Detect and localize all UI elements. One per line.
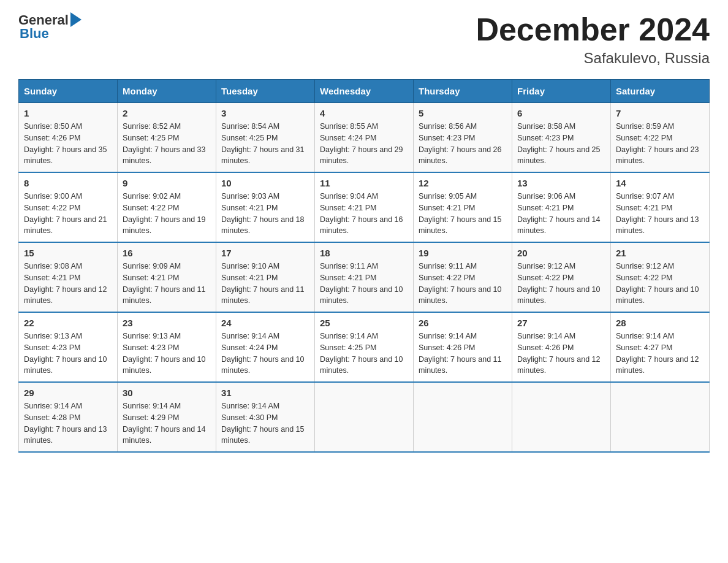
calendar-day-cell: 27 Sunrise: 9:14 AM Sunset: 4:26 PM Dayl…	[512, 312, 611, 382]
calendar-day-cell: 10 Sunrise: 9:03 AM Sunset: 4:21 PM Dayl…	[216, 172, 315, 242]
calendar-day-cell: 21 Sunrise: 9:12 AM Sunset: 4:22 PM Dayl…	[611, 242, 710, 312]
day-number: 19	[419, 248, 507, 258]
calendar-table: Sunday Monday Tuesday Wednesday Thursday…	[18, 79, 710, 453]
calendar-week-4: 22 Sunrise: 9:13 AM Sunset: 4:23 PM Dayl…	[19, 312, 710, 382]
day-number: 23	[123, 318, 211, 328]
day-info: Sunrise: 8:50 AM Sunset: 4:26 PM Dayligh…	[24, 121, 112, 167]
calendar-day-cell: 8 Sunrise: 9:00 AM Sunset: 4:22 PM Dayli…	[19, 172, 118, 242]
day-number: 24	[221, 318, 309, 328]
calendar-week-5: 29 Sunrise: 9:14 AM Sunset: 4:28 PM Dayl…	[19, 382, 710, 452]
calendar-week-1: 1 Sunrise: 8:50 AM Sunset: 4:26 PM Dayli…	[19, 103, 710, 173]
day-info: Sunrise: 9:13 AM Sunset: 4:23 PM Dayligh…	[24, 331, 112, 377]
day-info: Sunrise: 8:52 AM Sunset: 4:25 PM Dayligh…	[123, 121, 211, 167]
month-title: December 2024	[476, 12, 710, 47]
day-info: Sunrise: 9:04 AM Sunset: 4:21 PM Dayligh…	[320, 191, 408, 237]
day-info: Sunrise: 9:11 AM Sunset: 4:21 PM Dayligh…	[320, 261, 408, 307]
calendar-day-cell: 20 Sunrise: 9:12 AM Sunset: 4:22 PM Dayl…	[512, 242, 611, 312]
day-info: Sunrise: 9:07 AM Sunset: 4:21 PM Dayligh…	[616, 191, 704, 237]
calendar-day-cell	[611, 382, 710, 452]
weekday-header-row: Sunday Monday Tuesday Wednesday Thursday…	[19, 80, 710, 103]
day-number: 18	[320, 248, 408, 258]
day-info: Sunrise: 9:00 AM Sunset: 4:22 PM Dayligh…	[24, 191, 112, 237]
day-number: 7	[616, 108, 704, 118]
day-info: Sunrise: 9:14 AM Sunset: 4:30 PM Dayligh…	[221, 400, 309, 446]
calendar-day-cell: 4 Sunrise: 8:55 AM Sunset: 4:24 PM Dayli…	[315, 103, 414, 173]
day-number: 25	[320, 318, 408, 328]
day-info: Sunrise: 9:11 AM Sunset: 4:22 PM Dayligh…	[419, 261, 507, 307]
day-info: Sunrise: 9:14 AM Sunset: 4:24 PM Dayligh…	[221, 331, 309, 377]
day-info: Sunrise: 9:14 AM Sunset: 4:27 PM Dayligh…	[616, 331, 704, 377]
day-number: 9	[123, 178, 211, 188]
header-wednesday: Wednesday	[315, 80, 414, 103]
day-number: 3	[221, 108, 309, 118]
logo: General Blue	[18, 12, 82, 42]
calendar-day-cell: 15 Sunrise: 9:08 AM Sunset: 4:21 PM Dayl…	[19, 242, 118, 312]
day-number: 29	[24, 388, 112, 398]
calendar-day-cell: 17 Sunrise: 9:10 AM Sunset: 4:21 PM Dayl…	[216, 242, 315, 312]
calendar-day-cell: 22 Sunrise: 9:13 AM Sunset: 4:23 PM Dayl…	[19, 312, 118, 382]
day-info: Sunrise: 9:09 AM Sunset: 4:21 PM Dayligh…	[123, 261, 211, 307]
day-number: 2	[123, 108, 211, 118]
calendar-day-cell: 14 Sunrise: 9:07 AM Sunset: 4:21 PM Dayl…	[611, 172, 710, 242]
calendar-day-cell: 28 Sunrise: 9:14 AM Sunset: 4:27 PM Dayl…	[611, 312, 710, 382]
calendar-day-cell: 23 Sunrise: 9:13 AM Sunset: 4:23 PM Dayl…	[118, 312, 216, 382]
calendar-day-cell: 30 Sunrise: 9:14 AM Sunset: 4:29 PM Dayl…	[118, 382, 216, 452]
calendar-day-cell: 24 Sunrise: 9:14 AM Sunset: 4:24 PM Dayl…	[216, 312, 315, 382]
day-info: Sunrise: 9:08 AM Sunset: 4:21 PM Dayligh…	[24, 261, 112, 307]
calendar-day-cell: 13 Sunrise: 9:06 AM Sunset: 4:21 PM Dayl…	[512, 172, 611, 242]
calendar-day-cell: 2 Sunrise: 8:52 AM Sunset: 4:25 PM Dayli…	[118, 103, 216, 173]
calendar-day-cell: 9 Sunrise: 9:02 AM Sunset: 4:22 PM Dayli…	[118, 172, 216, 242]
day-info: Sunrise: 8:54 AM Sunset: 4:25 PM Dayligh…	[221, 121, 309, 167]
day-number: 26	[419, 318, 507, 328]
header-saturday: Saturday	[611, 80, 710, 103]
day-number: 15	[24, 248, 112, 258]
day-number: 5	[419, 108, 507, 118]
calendar-day-cell: 31 Sunrise: 9:14 AM Sunset: 4:30 PM Dayl…	[216, 382, 315, 452]
day-number: 8	[24, 178, 112, 188]
calendar-day-cell: 12 Sunrise: 9:05 AM Sunset: 4:21 PM Dayl…	[414, 172, 512, 242]
day-info: Sunrise: 9:12 AM Sunset: 4:22 PM Dayligh…	[616, 261, 704, 307]
day-number: 21	[616, 248, 704, 258]
calendar-day-cell: 18 Sunrise: 9:11 AM Sunset: 4:21 PM Dayl…	[315, 242, 414, 312]
day-info: Sunrise: 9:10 AM Sunset: 4:21 PM Dayligh…	[221, 261, 309, 307]
day-number: 31	[221, 388, 309, 398]
day-number: 10	[221, 178, 309, 188]
day-info: Sunrise: 9:14 AM Sunset: 4:26 PM Dayligh…	[419, 331, 507, 377]
calendar-day-cell: 19 Sunrise: 9:11 AM Sunset: 4:22 PM Dayl…	[414, 242, 512, 312]
calendar-day-cell: 5 Sunrise: 8:56 AM Sunset: 4:23 PM Dayli…	[414, 103, 512, 173]
calendar-week-2: 8 Sunrise: 9:00 AM Sunset: 4:22 PM Dayli…	[19, 172, 710, 242]
calendar-day-cell	[512, 382, 611, 452]
day-number: 27	[517, 318, 605, 328]
day-number: 4	[320, 108, 408, 118]
calendar-day-cell: 11 Sunrise: 9:04 AM Sunset: 4:21 PM Dayl…	[315, 172, 414, 242]
page-header: General Blue December 2024 Safakulevo, R…	[18, 12, 710, 67]
day-info: Sunrise: 9:14 AM Sunset: 4:28 PM Dayligh…	[24, 400, 112, 446]
calendar-week-3: 15 Sunrise: 9:08 AM Sunset: 4:21 PM Dayl…	[19, 242, 710, 312]
header-thursday: Thursday	[414, 80, 512, 103]
logo-triangle-icon	[70, 12, 82, 27]
calendar-day-cell: 29 Sunrise: 9:14 AM Sunset: 4:28 PM Dayl…	[19, 382, 118, 452]
calendar-day-cell: 16 Sunrise: 9:09 AM Sunset: 4:21 PM Dayl…	[118, 242, 216, 312]
calendar-day-cell: 7 Sunrise: 8:59 AM Sunset: 4:22 PM Dayli…	[611, 103, 710, 173]
day-info: Sunrise: 9:03 AM Sunset: 4:21 PM Dayligh…	[221, 191, 309, 237]
header-friday: Friday	[512, 80, 611, 103]
calendar-day-cell: 3 Sunrise: 8:54 AM Sunset: 4:25 PM Dayli…	[216, 103, 315, 173]
day-info: Sunrise: 9:14 AM Sunset: 4:26 PM Dayligh…	[517, 331, 605, 377]
day-info: Sunrise: 8:56 AM Sunset: 4:23 PM Dayligh…	[419, 121, 507, 167]
day-info: Sunrise: 9:14 AM Sunset: 4:29 PM Dayligh…	[123, 400, 211, 446]
day-number: 28	[616, 318, 704, 328]
title-area: December 2024 Safakulevo, Russia	[476, 12, 710, 67]
day-info: Sunrise: 9:02 AM Sunset: 4:22 PM Dayligh…	[123, 191, 211, 237]
calendar-day-cell	[414, 382, 512, 452]
day-info: Sunrise: 8:58 AM Sunset: 4:23 PM Dayligh…	[517, 121, 605, 167]
day-number: 13	[517, 178, 605, 188]
header-monday: Monday	[118, 80, 216, 103]
day-number: 20	[517, 248, 605, 258]
day-number: 12	[419, 178, 507, 188]
day-info: Sunrise: 9:06 AM Sunset: 4:21 PM Dayligh…	[517, 191, 605, 237]
day-info: Sunrise: 9:12 AM Sunset: 4:22 PM Dayligh…	[517, 261, 605, 307]
day-number: 17	[221, 248, 309, 258]
header-tuesday: Tuesday	[216, 80, 315, 103]
calendar-day-cell: 1 Sunrise: 8:50 AM Sunset: 4:26 PM Dayli…	[19, 103, 118, 173]
day-number: 14	[616, 178, 704, 188]
